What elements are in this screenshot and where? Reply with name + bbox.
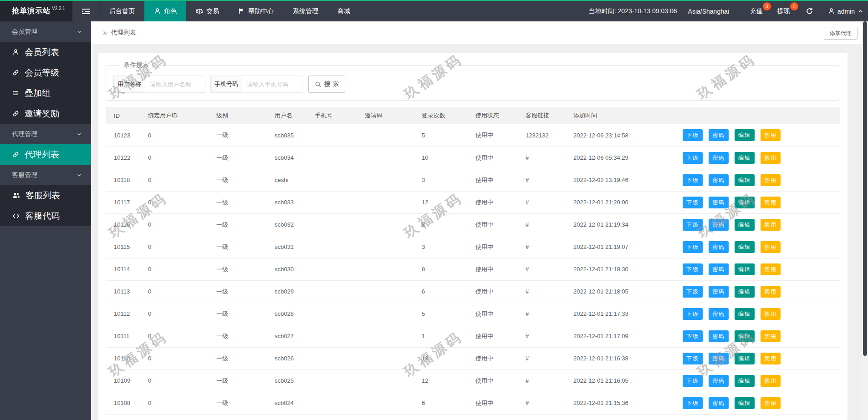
top-nav-label: 角色 <box>164 7 177 15</box>
cell-actions: 下级密码编辑禁用 <box>678 191 840 213</box>
cell-created_at: 2022-12-02 13:19:46 <box>569 169 678 191</box>
password-button[interactable]: 密码 <box>709 375 729 387</box>
edit-button[interactable]: 编辑 <box>735 375 755 387</box>
disable-button[interactable]: 禁用 <box>761 330 781 342</box>
sub-agents-button[interactable]: 下级 <box>683 375 703 387</box>
sidebar-item-3[interactable]: 叠加组 <box>0 83 91 103</box>
edit-button[interactable]: 编辑 <box>735 308 755 320</box>
edit-button[interactable]: 编辑 <box>735 263 755 275</box>
disable-button[interactable]: 禁用 <box>761 375 781 387</box>
disable-button[interactable]: 禁用 <box>761 197 781 208</box>
edit-button[interactable]: 编辑 <box>735 241 755 253</box>
search-button[interactable]: 搜 索 <box>308 76 345 93</box>
top-nav-item-4[interactable]: 系统管理 <box>283 1 328 21</box>
top-nav: 后台首页角色交易帮助中心系统管理商城 <box>100 1 360 21</box>
sub-agents-button[interactable]: 下级 <box>683 330 703 342</box>
disable-button[interactable]: 禁用 <box>761 129 781 141</box>
sub-agents-button[interactable]: 下级 <box>683 263 703 275</box>
sidebar-item-6[interactable]: 代理列表 <box>0 144 91 165</box>
list-icon <box>12 90 19 96</box>
add-agent-button[interactable]: 添加代理 <box>824 27 858 40</box>
table-header-row: ID绑定用户ID级别用户名手机号邀请码登录次数使用状态客服链接添加时间 <box>106 107 840 124</box>
cell-service_link: # <box>521 303 569 325</box>
link-icon <box>12 110 19 117</box>
disable-button[interactable]: 禁用 <box>761 263 781 275</box>
scrollbar-thumb[interactable] <box>863 21 867 356</box>
edit-button[interactable]: 编辑 <box>735 330 755 342</box>
edit-button[interactable]: 编辑 <box>735 219 755 231</box>
recharge-button[interactable]: 充值 3 <box>743 1 770 21</box>
refresh-button[interactable] <box>797 1 822 21</box>
password-button[interactable]: 密码 <box>709 129 729 141</box>
cell-phone <box>310 325 360 347</box>
sidebar-group-5[interactable]: 代理管理 <box>0 124 91 144</box>
username-input[interactable] <box>145 76 205 93</box>
password-button[interactable]: 密码 <box>709 330 729 342</box>
edit-button[interactable]: 编辑 <box>735 174 755 186</box>
top-nav-item-2[interactable]: 交易 <box>186 1 229 21</box>
edit-button[interactable]: 编辑 <box>735 353 755 364</box>
sidebar-group-7[interactable]: 客服管理 <box>0 165 91 185</box>
sub-agents-button[interactable]: 下级 <box>683 129 703 141</box>
cell-created_at: 2022-12-01 21:19:07 <box>569 236 678 258</box>
top-nav-item-0[interactable]: 后台首页 <box>100 1 144 21</box>
sub-agents-button[interactable]: 下级 <box>683 241 703 253</box>
phone-input[interactable] <box>242 76 302 93</box>
table-row: 101150一级scb0313使用中#2022-12-01 21:19:07下级… <box>106 236 840 258</box>
password-button[interactable]: 密码 <box>709 263 729 275</box>
password-button[interactable]: 密码 <box>709 353 729 364</box>
sidebar-item-4[interactable]: 邀请奖励 <box>0 103 91 124</box>
breadcrumb: » 代理列表 <box>91 29 136 37</box>
disable-button[interactable]: 禁用 <box>761 152 781 164</box>
edit-button[interactable]: 编辑 <box>735 129 755 141</box>
cell-username: scb033 <box>270 191 310 213</box>
sub-agents-button[interactable]: 下级 <box>683 197 703 208</box>
sub-agents-button[interactable]: 下级 <box>683 397 703 409</box>
search-icon <box>315 81 322 88</box>
sidebar-item-1[interactable]: 会员列表 <box>0 42 91 62</box>
withdraw-button[interactable]: 提现 0 <box>770 1 797 21</box>
sub-agents-button[interactable]: 下级 <box>683 219 703 231</box>
sub-agents-button[interactable]: 下级 <box>683 152 703 164</box>
sub-agents-button[interactable]: 下级 <box>683 174 703 186</box>
disable-button[interactable]: 禁用 <box>761 286 781 298</box>
cell-id: 10112 <box>106 303 143 325</box>
sidebar-group-0[interactable]: 会员管理 <box>0 21 91 42</box>
edit-button[interactable]: 编辑 <box>735 286 755 298</box>
password-button[interactable]: 密码 <box>709 241 729 253</box>
disable-button[interactable]: 禁用 <box>761 174 781 186</box>
refresh-icon <box>806 7 813 15</box>
disable-button[interactable]: 禁用 <box>761 397 781 409</box>
edit-button[interactable]: 编辑 <box>735 152 755 164</box>
password-button[interactable]: 密码 <box>709 308 729 320</box>
password-button[interactable]: 密码 <box>709 152 729 164</box>
sub-agents-button[interactable]: 下级 <box>683 308 703 320</box>
top-nav-item-1[interactable]: 角色 <box>144 1 186 21</box>
sub-agents-button[interactable]: 下级 <box>683 353 703 364</box>
sidebar-item-2[interactable]: 会员等级 <box>0 62 91 83</box>
top-nav-item-3[interactable]: 帮助中心 <box>229 1 283 21</box>
sidebar-item-9[interactable]: 客服代码 <box>0 206 91 226</box>
password-button[interactable]: 密码 <box>709 286 729 298</box>
password-button[interactable]: 密码 <box>709 219 729 231</box>
top-nav-item-5[interactable]: 商城 <box>328 1 360 21</box>
sidebar-item-8[interactable]: 客服列表 <box>0 185 91 206</box>
sub-agents-button[interactable]: 下级 <box>683 286 703 298</box>
cell-id: 10123 <box>106 124 143 147</box>
collapse-menu-button[interactable] <box>72 1 100 21</box>
disable-button[interactable]: 禁用 <box>761 219 781 231</box>
cell-phone <box>310 213 360 236</box>
password-button[interactable]: 密码 <box>709 197 729 208</box>
top-nav-label: 帮助中心 <box>248 7 274 15</box>
cell-logins: 8 <box>417 258 471 280</box>
cell-phone <box>310 347 360 369</box>
user-menu[interactable]: admin <box>822 1 868 21</box>
disable-button[interactable]: 禁用 <box>761 241 781 253</box>
edit-button[interactable]: 编辑 <box>735 197 755 208</box>
edit-button[interactable]: 编辑 <box>735 397 755 409</box>
disable-button[interactable]: 禁用 <box>761 308 781 320</box>
content-card: 条件搜索 用户名称 手机号码 搜 索 <box>98 53 848 420</box>
password-button[interactable]: 密码 <box>709 174 729 186</box>
password-button[interactable]: 密码 <box>709 397 729 409</box>
disable-button[interactable]: 禁用 <box>761 353 781 364</box>
